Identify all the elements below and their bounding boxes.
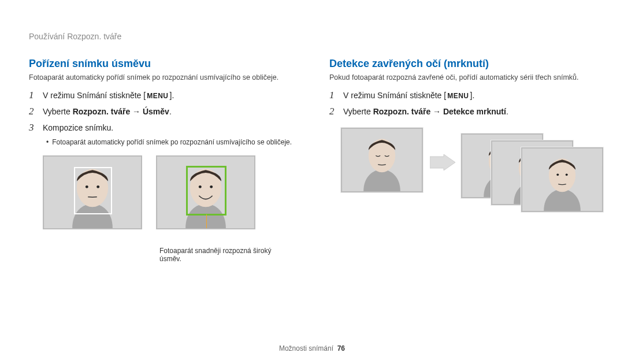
sample-photo-smile: [156, 155, 255, 229]
face-illustration: [342, 129, 422, 191]
step-2-left: 2 Vyberte Rozpozn. tváře → Úsměv.: [29, 106, 295, 117]
step-text: V režimu Snímání stiskněte [: [43, 91, 146, 100]
step-text: .: [506, 107, 508, 116]
step-text: Kompozice snímku.: [43, 123, 295, 132]
step-1-left: 1 V režimu Snímání stiskněte [MENU].: [29, 90, 295, 101]
menu-path-bold: Rozpozn. tváře → Úsměv: [73, 107, 169, 116]
arrow-icon: [430, 154, 455, 173]
smile-image-row: [43, 155, 295, 229]
step-number: 1: [329, 90, 343, 101]
step-3-left: 3 Kompozice snímku.: [29, 122, 295, 133]
burst-frame-3: [521, 147, 603, 212]
lead-smile: Fotoaparát automaticky pořídí snímek po …: [29, 73, 295, 81]
footer-page-number: 76: [337, 344, 345, 352]
step-text: .: [169, 107, 172, 116]
callout-line: [206, 214, 207, 229]
menu-path-bold: Rozpozn. tváře → Detekce mrknutí: [373, 107, 506, 116]
lead-blink: Pokud fotoaparát rozpozná zavřené oči, p…: [329, 73, 595, 81]
svg-point-20: [556, 173, 559, 176]
step-text: Vyberte: [43, 107, 73, 116]
running-head: Používání Rozpozn. tváře: [29, 32, 121, 41]
step-number: 2: [29, 106, 43, 117]
menu-button-icon: MENU: [146, 92, 169, 100]
heading-smile: Pořízení snímku úsměvu: [29, 58, 295, 70]
step-text: Vyberte: [343, 107, 373, 116]
face-detect-box: [74, 167, 112, 214]
face-illustration: [522, 148, 602, 211]
page-footer: Možnosti snímání 76: [0, 344, 624, 352]
smile-caption: Fotoaparát snadněji rozpozná široký úsmě…: [159, 247, 281, 263]
face-detect-box-active: [186, 166, 226, 216]
step-number: 3: [29, 122, 43, 133]
step-3-note: Fotoaparát automaticky pořídí snímek po …: [46, 138, 295, 146]
sample-photo-neutral: [43, 155, 142, 229]
step-text: ].: [170, 91, 174, 100]
step-2-right: 2 Vyberte Rozpozn. tváře → Detekce mrknu…: [329, 106, 595, 117]
svg-point-21: [566, 173, 568, 176]
step-text: ].: [470, 91, 475, 100]
column-blink: Detekce zavřených očí (mrknutí) Pokud fo…: [329, 58, 595, 263]
step-number: 2: [329, 106, 343, 117]
sample-photo-eyes-closed: [341, 128, 423, 192]
blink-burst-group: [341, 128, 595, 232]
column-smile: Pořízení snímku úsměvu Fotoaparát automa…: [29, 58, 295, 263]
step-note-text: Fotoaparát automaticky pořídí snímek po …: [52, 138, 292, 146]
footer-section: Možnosti snímání: [279, 344, 333, 352]
step-text: V režimu Snímání stiskněte [: [343, 91, 446, 100]
menu-button-icon: MENU: [446, 92, 470, 100]
step-number: 1: [29, 90, 43, 101]
heading-blink: Detekce zavřených očí (mrknutí): [329, 58, 595, 70]
step-1-right: 1 V režimu Snímání stiskněte [MENU].: [329, 90, 595, 101]
